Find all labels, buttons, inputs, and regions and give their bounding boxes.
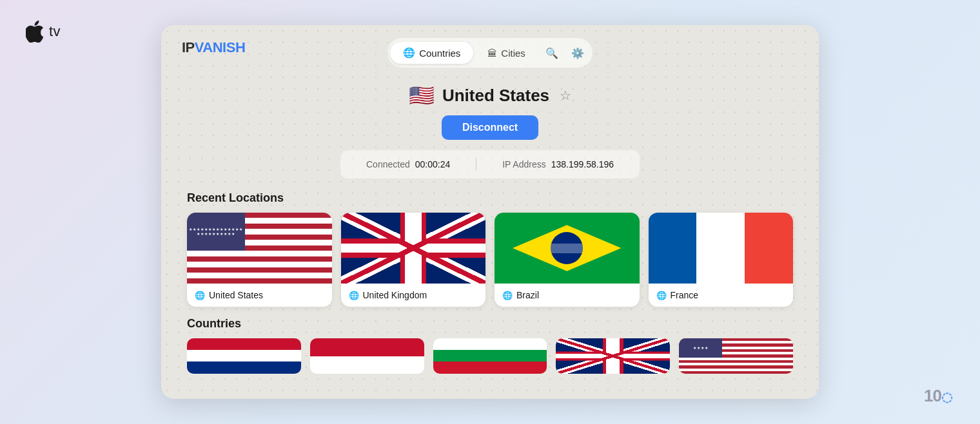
nav-tabs: 🌐 Countries 🏛 Cities 🔍 ⚙️ [387, 38, 593, 68]
brazil-diamond [513, 225, 621, 271]
location-info-france: 🌐 France [649, 284, 794, 307]
location-card-uk[interactable]: 🌐 United Kingdom [341, 213, 486, 307]
mini-flag-2[interactable] [310, 338, 424, 374]
panel-content: 🌐 Countries 🏛 Cities 🔍 ⚙️ 🇺🇸 United [161, 25, 819, 374]
us-canton: ★★★★★★ ★★★★★★ ★★★★★★ ★★★★★★ [187, 213, 245, 251]
location-card-us[interactable]: ★★★★★★ ★★★★★★ ★★★★★★ ★★★★★★ 🌐 United Sta… [187, 213, 332, 307]
nav-bar: 🌐 Countries 🏛 Cities 🔍 ⚙️ [161, 25, 819, 78]
countries-section: Countries ★★★★ [161, 317, 819, 374]
countries-globe-icon: 🌐 [403, 47, 415, 59]
ip-value: 138.199.58.196 [551, 159, 614, 169]
france-blue [649, 213, 697, 284]
apple-tv-logo: tv [26, 21, 61, 43]
mini-uk-cross [556, 338, 670, 374]
flag-france [649, 213, 794, 284]
mini-flag-3[interactable] [433, 338, 547, 374]
location-name-france: France [671, 290, 699, 300]
flag-uk-area [341, 213, 486, 284]
flag-france-area [649, 213, 794, 284]
ip-label: IP Address [502, 159, 545, 169]
status-bar: Connected 00:00:24 IP Address 138.199.58… [340, 150, 640, 178]
uk-cross-horizontal [341, 238, 486, 258]
location-info-brazil: 🌐 Brazil [495, 284, 640, 307]
connected-country-name: United States [442, 86, 549, 106]
flag-uk [341, 213, 486, 284]
locations-grid: ★★★★★★ ★★★★★★ ★★★★★★ ★★★★★★ 🌐 United Sta… [161, 213, 819, 307]
location-name-uk: United Kingdom [363, 290, 427, 300]
flag-brazil [495, 213, 640, 284]
connected-status: Connected 00:00:24 [366, 159, 450, 169]
connected-country-flag: 🇺🇸 [409, 83, 435, 108]
connection-section: 🇺🇸 United States ☆ Disconnect Connected … [161, 83, 819, 178]
tab-cities[interactable]: 🏛 Cities [475, 43, 538, 64]
location-name-brazil: Brazil [516, 290, 539, 300]
countries-section-title: Countries [187, 317, 241, 330]
tab-cities-label: Cities [501, 48, 525, 59]
location-card-france[interactable]: 🌐 France [649, 213, 794, 307]
favorite-button[interactable]: ☆ [560, 88, 571, 103]
tv-label: tv [49, 23, 61, 40]
status-divider [476, 158, 476, 171]
brazil-stripe [551, 244, 583, 253]
flag-brazil-area [495, 213, 640, 284]
apple-logo-icon [26, 21, 44, 43]
globe-icon-us: 🌐 [195, 291, 205, 300]
location-card-brazil[interactable]: 🌐 Brazil [495, 213, 640, 307]
france-red [745, 213, 793, 284]
location-info-uk: 🌐 United Kingdom [341, 284, 486, 307]
location-info-us: 🌐 United States [187, 284, 332, 307]
cities-building-icon: 🏛 [487, 48, 497, 59]
location-name-us: United States [209, 290, 263, 300]
globe-icon-france: 🌐 [656, 291, 667, 300]
flag-us: ★★★★★★ ★★★★★★ ★★★★★★ ★★★★★★ [187, 213, 332, 284]
globe-icon-uk: 🌐 [349, 291, 359, 300]
search-button[interactable]: 🔍 [540, 41, 564, 65]
settings-button[interactable]: ⚙️ [565, 41, 590, 65]
mini-flag-5[interactable]: ★★★★ [679, 338, 793, 374]
main-panel: IPVANISH 🌐 Countries 🏛 Cities 🔍 ⚙️ [161, 25, 819, 399]
ip-status: IP Address 138.199.58.196 [502, 159, 614, 169]
brazil-circle [551, 232, 583, 264]
search-icon: 🔍 [545, 47, 558, 59]
recent-locations-title: Recent Locations [187, 191, 284, 205]
countries-row: ★★★★ [187, 338, 793, 374]
connected-label: Connected [366, 159, 410, 169]
tab-countries-label: Countries [419, 48, 460, 59]
mini-flag-1[interactable] [187, 338, 301, 374]
disconnect-button[interactable]: Disconnect [442, 115, 538, 140]
france-white [696, 213, 745, 284]
mini-flag-4[interactable] [556, 338, 670, 374]
globe-icon-brazil: 🌐 [502, 291, 513, 300]
timer-value: 00:00:24 [415, 159, 451, 169]
country-header: 🇺🇸 United States ☆ [409, 83, 571, 108]
us-stripes: ★★★★★★ ★★★★★★ ★★★★★★ ★★★★★★ [187, 213, 332, 284]
uk-cross [341, 213, 486, 284]
version-badge: 10◌ [924, 386, 952, 406]
uk-cross-vertical [400, 213, 426, 284]
gear-icon: ⚙️ [571, 47, 584, 59]
tab-countries[interactable]: 🌐 Countries [390, 42, 473, 64]
